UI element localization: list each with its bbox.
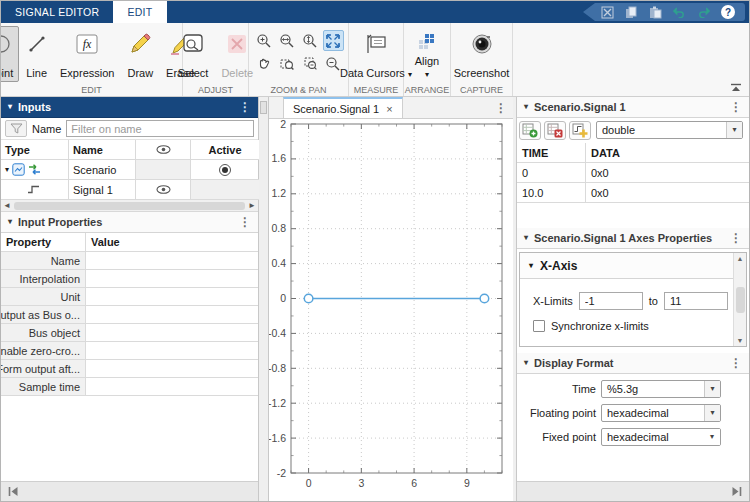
scroll-down-icon[interactable]: ▼ — [737, 337, 744, 344]
table-row-scenario[interactable]: ▾ Scenario — [1, 160, 258, 180]
property-row-output-as-bus[interactable]: Output as Bus o... — [1, 306, 258, 324]
document-tab-scenario-signal1[interactable]: Scenario.Signal 1 × — [283, 97, 403, 118]
table-row-signal1[interactable]: Signal 1 — [1, 180, 258, 200]
expression-button[interactable]: fx Expression — [54, 26, 120, 82]
drag-zoom-y-button[interactable] — [300, 53, 321, 74]
x-min-input[interactable] — [579, 292, 643, 310]
chevron-down-icon[interactable]: ▾ — [704, 381, 720, 397]
pan-button[interactable] — [254, 53, 275, 74]
collapse-caret-icon[interactable]: ▾ — [524, 234, 528, 242]
column-header-property[interactable]: Property — [1, 233, 86, 252]
scroll-right-icon[interactable]: ► — [246, 201, 258, 210]
property-row-bus-object[interactable]: Bus object — [1, 324, 258, 342]
scrollbar-thumb[interactable] — [14, 202, 245, 210]
redo-icon[interactable] — [697, 6, 710, 19]
chevron-down-icon[interactable]: ▾ — [726, 122, 742, 138]
collapse-toolstrip-button[interactable] — [729, 82, 743, 93]
inputs-panel-header[interactable]: ▾ Inputs ⋮ — [1, 97, 258, 118]
radio-selected-icon[interactable] — [219, 164, 231, 176]
cut-icon[interactable] — [601, 6, 614, 19]
splitter-handle[interactable] — [260, 101, 267, 114]
table-row[interactable]: 10.0 0x0 — [517, 183, 749, 203]
kebab-menu-icon[interactable]: ⋮ — [730, 100, 742, 114]
scenario-name-cell[interactable]: Scenario — [69, 160, 136, 180]
column-header-value[interactable]: Value — [86, 233, 258, 252]
property-row-interpolation[interactable]: Interpolation — [1, 270, 258, 288]
collapse-caret-icon[interactable]: ▾ — [529, 262, 533, 270]
property-row-unit[interactable]: Unit — [1, 288, 258, 306]
time-cell[interactable]: 0 — [517, 163, 586, 183]
property-value[interactable] — [86, 288, 258, 306]
kebab-menu-icon[interactable]: ⋮ — [495, 101, 507, 115]
column-header-active[interactable]: Active — [191, 140, 259, 160]
line-button[interactable]: Line — [20, 26, 53, 82]
collapse-caret-icon[interactable]: ▾ — [524, 359, 528, 367]
property-value[interactable] — [86, 378, 258, 396]
signal1-name-cell[interactable]: Signal 1 — [69, 180, 136, 200]
scroll-left-icon[interactable]: ◄ — [1, 201, 13, 210]
floating-point-dropdown[interactable]: hexadecimal▾ — [601, 404, 721, 422]
close-icon[interactable]: × — [386, 103, 392, 115]
sync-xlimits-checkbox[interactable] — [533, 320, 545, 332]
column-header-time[interactable]: TIME — [517, 143, 586, 163]
column-header-name[interactable]: Name — [69, 140, 136, 160]
axes-vertical-scrollbar[interactable]: ▲ ▼ — [733, 253, 746, 346]
data-type-dropdown[interactable]: double ▾ — [596, 121, 743, 139]
inputs-horizontal-scrollbar[interactable]: ◄ ► — [1, 200, 258, 212]
property-value[interactable] — [86, 252, 258, 270]
collapse-left-icon[interactable] — [7, 486, 19, 497]
collapse-caret-icon[interactable]: ▾ — [524, 103, 528, 111]
signal-plot[interactable]: 0369-2-1.6-1.2-0.8-0.400.40.81.21.62 — [269, 119, 513, 502]
delete-row-button[interactable] — [544, 121, 566, 140]
add-row-button[interactable] — [519, 121, 541, 140]
time-cell[interactable]: 10.0 — [517, 183, 586, 203]
collapse-caret-icon[interactable]: ▾ — [8, 103, 12, 111]
x-axis-section-header[interactable]: ▾ X-Axis — [520, 253, 746, 279]
x-max-input[interactable] — [664, 292, 728, 310]
axes-properties-header[interactable]: ▾ Scenario.Signal 1 Axes Properties ⋮ — [517, 228, 749, 249]
zoom-y-button[interactable] — [300, 30, 321, 51]
scroll-up-icon[interactable]: ▲ — [737, 255, 744, 262]
align-button[interactable]: Align▾ — [409, 26, 445, 82]
zoom-x-button[interactable] — [277, 30, 298, 51]
property-row-sample-time[interactable]: Sample time — [1, 378, 258, 396]
column-header-data[interactable]: DATA — [586, 143, 749, 163]
collapse-right-icon[interactable] — [731, 486, 743, 497]
collapse-caret-icon[interactable]: ▾ — [8, 218, 12, 226]
property-value[interactable] — [86, 342, 258, 360]
property-row-zero-crossing[interactable]: Enable zero-cro... — [1, 342, 258, 360]
property-value[interactable] — [86, 324, 258, 342]
filter-input[interactable] — [66, 120, 254, 137]
time-format-dropdown[interactable]: %5.3g▾ — [601, 380, 721, 398]
property-value[interactable] — [86, 270, 258, 288]
point-button[interactable]: Point — [0, 26, 19, 82]
filter-button[interactable] — [5, 120, 27, 137]
undo-icon[interactable] — [673, 6, 686, 19]
signal1-active-cell[interactable] — [191, 180, 259, 200]
table-row[interactable]: 0 0x0 — [517, 163, 749, 183]
select-button[interactable]: Select — [172, 26, 215, 82]
chevron-down-icon[interactable]: ▾ — [704, 405, 720, 421]
screenshot-button[interactable]: Screenshot — [448, 26, 516, 82]
tab-edit[interactable]: EDIT — [113, 1, 166, 23]
panel-splitter-left[interactable] — [259, 97, 269, 501]
kebab-menu-icon[interactable]: ⋮ — [730, 231, 742, 245]
chevron-down-icon[interactable]: ▾ — [704, 429, 720, 445]
column-header-type[interactable]: Type — [1, 140, 69, 160]
plot-area[interactable]: 0369-2-1.6-1.2-0.8-0.400.40.81.21.62 — [269, 119, 513, 501]
column-header-visibility[interactable] — [136, 140, 191, 160]
help-icon[interactable]: ? — [721, 5, 735, 19]
scenario-active-cell[interactable] — [191, 160, 259, 180]
kebab-menu-icon[interactable]: ⋮ — [239, 100, 251, 114]
draw-button[interactable]: Draw — [121, 26, 159, 82]
paste-icon[interactable] — [649, 6, 662, 19]
signal-data-header[interactable]: ▾ Scenario.Signal 1 ⋮ — [517, 97, 749, 118]
property-value[interactable] — [86, 306, 258, 324]
tab-signal-editor[interactable]: SIGNAL EDITOR — [1, 1, 113, 23]
kebab-menu-icon[interactable]: ⋮ — [239, 215, 251, 229]
kebab-menu-icon[interactable]: ⋮ — [730, 356, 742, 370]
expand-caret-icon[interactable]: ▾ — [5, 166, 9, 174]
data-cell[interactable]: 0x0 — [586, 163, 749, 183]
drag-zoom-x-button[interactable] — [277, 53, 298, 74]
copy-icon[interactable] — [625, 6, 638, 19]
